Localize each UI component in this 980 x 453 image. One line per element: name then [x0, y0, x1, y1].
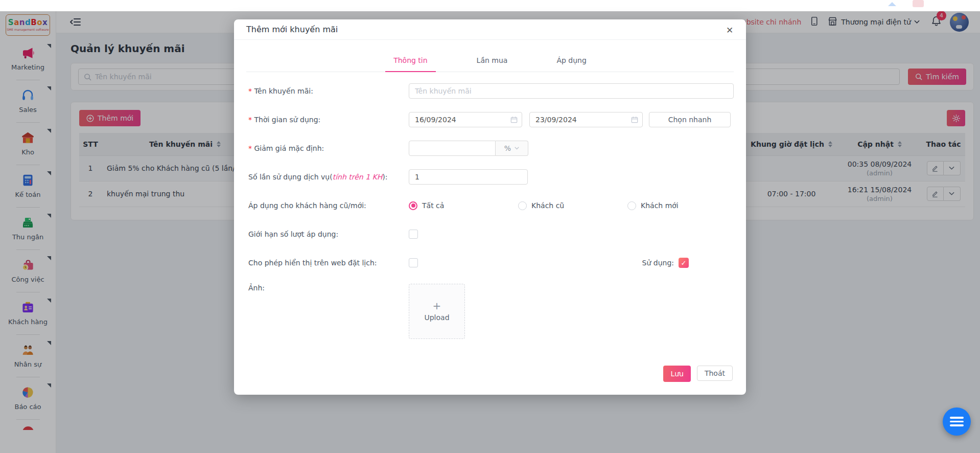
usage-note: tính trên 1 KH [333, 173, 383, 181]
field-label: Giảm giá mặc định: [248, 144, 409, 152]
tab-lan-mua[interactable]: Lần mua [469, 51, 516, 72]
quick-select-button[interactable]: Chọn nhanh [649, 112, 731, 127]
save-button[interactable]: Lưu [663, 366, 691, 382]
discount-unit-select[interactable]: % [496, 141, 528, 156]
promotion-name-input[interactable] [409, 83, 734, 99]
floating-menu-button[interactable] [943, 407, 971, 436]
end-date-field[interactable] [529, 112, 643, 127]
field-row-usage: Số lần sử dụng dịch vụ(tính trên 1 KH): [248, 169, 733, 185]
field-label: Sử dụng: [642, 259, 674, 267]
field-row-apply: Áp dụng cho khách hàng cũ/mới: Tất cả Kh… [248, 198, 733, 213]
limit-checkbox[interactable] [409, 230, 418, 239]
browser-artifact-chip [913, 0, 924, 7]
modal-tabs: Thông tin Lần mua Áp dụng [246, 51, 734, 72]
start-date-field[interactable] [409, 112, 522, 127]
radio-icon [518, 201, 527, 210]
field-label: Ảnh: [248, 284, 409, 292]
close-icon[interactable]: ✕ [724, 24, 736, 36]
add-promotion-modal: Thêm mới khuyến mãi ✕ Thông tin Lần mua … [234, 19, 746, 395]
field-row-name: Tên khuyến mãi: [248, 83, 733, 99]
end-date-input[interactable] [529, 112, 643, 127]
radio-khach-cu[interactable]: Khách cũ [518, 201, 627, 210]
radio-icon [409, 201, 417, 210]
radio-icon [627, 201, 636, 210]
start-date-input[interactable] [409, 112, 522, 127]
in-use-checkbox[interactable]: ✓ [679, 258, 689, 268]
modal-title: Thêm mới khuyến mãi [246, 25, 338, 34]
field-label: Thời gian sử dụng: [248, 116, 409, 124]
modal-footer: Lưu Thoát [663, 366, 733, 382]
field-label: Giới hạn số lượt áp dụng: [248, 230, 409, 238]
field-row-web-display: Cho phép hiển thị trên web đặt lịch: Sử … [248, 255, 733, 270]
in-use-field: Sử dụng: ✓ [642, 258, 689, 268]
field-label: Số lần sử dụng dịch vụ(tính trên 1 KH): [248, 173, 409, 181]
discount-input[interactable] [409, 141, 496, 156]
web-display-checkbox[interactable] [409, 258, 418, 267]
modal-body: Tên khuyến mãi: Thời gian sử dụng: Chọn … [234, 72, 746, 339]
upload-label: Upload [424, 313, 449, 322]
field-label: Áp dụng cho khách hàng cũ/mới: [248, 201, 409, 210]
image-upload-button[interactable]: + Upload [409, 284, 465, 339]
hamburger-icon [950, 417, 964, 419]
field-row-image: Ảnh: + Upload [248, 284, 733, 339]
field-label: Tên khuyến mãi: [248, 87, 409, 95]
chevron-down-icon [515, 147, 519, 150]
browser-artifact-icon [888, 1, 896, 6]
radio-khach-moi[interactable]: Khách mới [627, 201, 737, 210]
plus-icon: + [433, 301, 441, 310]
modal-header: Thêm mới khuyến mãi [234, 19, 746, 40]
tab-thong-tin[interactable]: Thông tin [385, 51, 435, 72]
usage-count-input[interactable] [409, 169, 528, 185]
field-label: Cho phép hiển thị trên web đặt lịch: [248, 259, 409, 267]
radio-tat-ca[interactable]: Tất cả [409, 201, 518, 210]
top-strip [0, 0, 980, 11]
field-row-limit: Giới hạn số lượt áp dụng: [248, 227, 733, 242]
tab-ap-dung[interactable]: Áp dụng [548, 51, 594, 72]
field-row-time: Thời gian sử dụng: Chọn nhanh [248, 112, 733, 127]
exit-button[interactable]: Thoát [697, 366, 733, 381]
field-row-discount: Giảm giá mặc định: % [248, 141, 733, 156]
